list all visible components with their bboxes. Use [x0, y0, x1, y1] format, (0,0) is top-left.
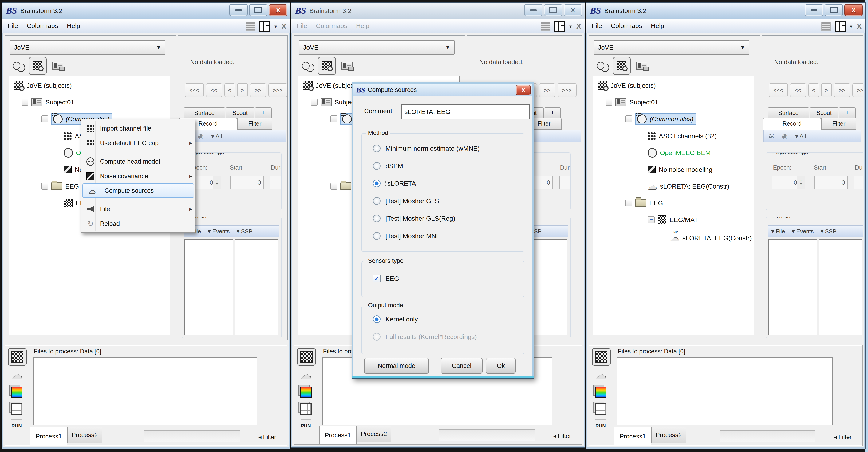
view-subjects-button[interactable]: [10, 57, 28, 75]
nav-forward-button[interactable]: >: [821, 83, 832, 97]
menu-item-import-channel-file[interactable]: Import channel file: [81, 121, 195, 136]
tab-process2[interactable]: Process2: [651, 427, 686, 443]
events-ssp-menu[interactable]: ▾ SSP: [237, 228, 252, 234]
start-field[interactable]: 0: [230, 176, 264, 189]
maximize-button[interactable]: [825, 4, 843, 16]
spin-down-icon[interactable]: ▾: [800, 183, 802, 186]
maximize-button[interactable]: [544, 4, 562, 16]
nav-forward-button[interactable]: >: [237, 83, 248, 97]
radio-full-results[interactable]: Full results (Kernel*Recordings): [373, 331, 477, 343]
spin-down-icon[interactable]: ▾: [216, 183, 218, 186]
window-layout-icon[interactable]: [835, 21, 846, 32]
tree-item[interactable]: −Subject01: [606, 96, 658, 108]
menu-item-file[interactable]: File▸: [81, 202, 195, 216]
start-field[interactable]: 0: [814, 176, 848, 189]
spin-up-icon[interactable]: ▴: [216, 179, 218, 183]
view-functional-button[interactable]: [318, 57, 336, 75]
duration-field[interactable]: [270, 176, 282, 189]
cancel-button[interactable]: Cancel: [441, 358, 483, 374]
events-ssp-menu[interactable]: ▾ SSP: [820, 228, 836, 234]
collapse-icon[interactable]: −: [41, 116, 48, 122]
dialog-titlebar[interactable]: BS Compute sources X: [353, 84, 532, 96]
titlebar[interactable]: BS Brainstorm 3.2 X: [586, 3, 865, 19]
dialog-close-button[interactable]: X: [516, 85, 530, 95]
menu-help[interactable]: Help: [356, 22, 369, 30]
pipeline-editor-icon[interactable]: [541, 22, 550, 31]
events-file-menu[interactable]: ▾ File: [771, 228, 785, 234]
nav-last-button[interactable]: >>>: [558, 83, 577, 97]
tree-item[interactable]: LINK☁sLORETA: EEG(Constr): [670, 232, 752, 244]
close-all-figures-icon[interactable]: X: [281, 23, 286, 30]
titlebar[interactable]: BS Brainstorm 3.2 X: [291, 3, 585, 19]
record-target-icon[interactable]: ◉: [198, 132, 204, 140]
tab-process1[interactable]: Process1: [30, 427, 67, 446]
tree-item[interactable]: ASCII channels (32): [648, 130, 717, 142]
tree-item[interactable]: JoVE (subjects): [598, 79, 656, 92]
tree-item[interactable]: No noise modeling: [648, 163, 712, 175]
collapse-icon[interactable]: −: [41, 183, 48, 190]
nav-back-button[interactable]: <: [808, 83, 819, 97]
process-matrix-button[interactable]: [594, 402, 607, 416]
collapse-icon[interactable]: −: [648, 216, 655, 223]
spin-up-icon[interactable]: ▴: [800, 179, 802, 183]
menu-help[interactable]: Help: [67, 22, 80, 30]
normal-mode-button[interactable]: Normal mode: [364, 358, 429, 374]
radio-dspm[interactable]: dSPM: [373, 160, 403, 172]
layout-dropdown-icon[interactable]: ▾: [569, 24, 572, 30]
nav-fast-forward-button[interactable]: >>: [250, 83, 266, 97]
tree-item[interactable]: −Subject01: [22, 96, 74, 108]
protocol-dropdown[interactable]: JoVE ▼: [594, 40, 749, 55]
layout-dropdown-icon[interactable]: ▾: [850, 24, 852, 30]
menu-item-compute-head-model[interactable]: Compute head model: [81, 154, 195, 169]
minimize-button[interactable]: [524, 4, 542, 16]
duration-field[interactable]: [559, 176, 571, 189]
database-tree[interactable]: JoVE (subjects) −Subject01 −(Common file…: [593, 76, 754, 335]
filter-toggle[interactable]: ◂ Filter: [258, 433, 276, 441]
process-matrix-button[interactable]: [10, 402, 23, 416]
nav-first-button[interactable]: <<<: [185, 83, 204, 97]
minimize-button[interactable]: [805, 4, 823, 16]
radio-mosher-mne[interactable]: [Test] Mosher MNE: [373, 230, 440, 242]
menu-help[interactable]: Help: [651, 22, 664, 30]
process-sources-button[interactable]: ☁: [300, 369, 312, 382]
close-button[interactable]: X: [269, 4, 287, 16]
ok-button[interactable]: Ok: [486, 358, 516, 374]
process-sources-button[interactable]: ☁: [594, 369, 607, 382]
epoch-spinner[interactable]: ▴▾: [797, 176, 805, 189]
collapse-icon[interactable]: −: [606, 99, 612, 105]
tab-add[interactable]: +: [839, 107, 856, 119]
nav-back-button[interactable]: <: [224, 83, 235, 97]
tab-scout[interactable]: Scout: [810, 107, 838, 119]
files-to-process-list[interactable]: [33, 357, 257, 425]
radio-mosher-gls-reg[interactable]: [Test] Mosher GLS(Reg): [373, 212, 455, 224]
nav-first-button[interactable]: <<<: [769, 83, 788, 97]
window-layout-icon[interactable]: [259, 21, 270, 32]
radio-wmne[interactable]: Minimum norm estimate (wMNE): [373, 142, 480, 155]
menu-colormaps[interactable]: Colormaps: [316, 22, 347, 30]
process-data-button[interactable]: [297, 348, 316, 366]
tree-item[interactable]: JoVE (subjects): [14, 79, 72, 92]
close-button[interactable]: X: [564, 4, 582, 16]
window-layout-icon[interactable]: [554, 21, 565, 32]
epoch-spinner[interactable]: ▴▾: [213, 176, 221, 189]
collapse-icon[interactable]: −: [625, 116, 632, 122]
collapse-icon[interactable]: −: [331, 183, 337, 190]
events-occurrences-list[interactable]: [819, 239, 862, 335]
tab-process1[interactable]: Process1: [614, 427, 651, 446]
tree-item[interactable]: −EEG: [625, 197, 663, 209]
view-other-button[interactable]: [633, 57, 651, 75]
tab-surface[interactable]: Surface: [184, 107, 225, 119]
nav-fast-back-button[interactable]: <<: [790, 83, 806, 97]
channel-selector[interactable]: ▾ All: [211, 133, 222, 140]
view-other-button[interactable]: [338, 57, 356, 75]
nav-fast-forward-button[interactable]: >>: [539, 83, 555, 97]
collapse-icon[interactable]: −: [22, 99, 28, 105]
protocol-dropdown[interactable]: JoVE ▼: [10, 40, 165, 55]
menu-item-noise-covariance[interactable]: Noise covariance▸: [81, 169, 195, 183]
menu-colormaps[interactable]: Colormaps: [27, 22, 58, 30]
process-timefreq-button[interactable]: [10, 386, 23, 399]
process-data-button[interactable]: [592, 348, 611, 366]
titlebar[interactable]: BS Brainstorm 3.2 X: [2, 3, 290, 19]
tree-item[interactable]: OpenMEEG BEM: [648, 147, 711, 159]
layout-dropdown-icon[interactable]: ▾: [275, 24, 277, 30]
